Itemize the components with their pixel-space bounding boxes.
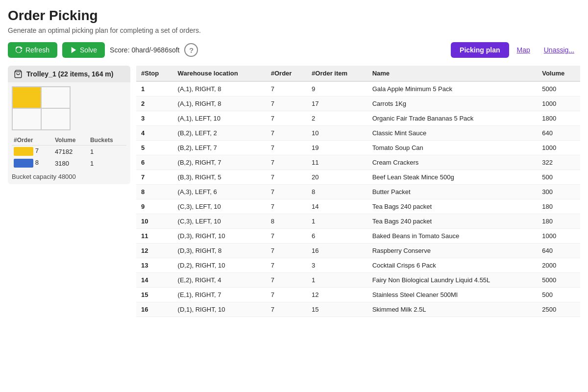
- cell-order: 7: [266, 155, 307, 170]
- cell-name: Carrots 1Kg: [368, 97, 538, 111]
- solve-label: Solve: [80, 46, 97, 54]
- cell-volume: 500: [537, 288, 580, 302]
- cell-item: 16: [307, 244, 368, 258]
- cell-location: (A,1), LEFT, 10: [173, 111, 266, 126]
- order-8-volume: 3180: [53, 157, 88, 169]
- help-button[interactable]: ?: [184, 43, 198, 57]
- bucket-cell-empty-3: [41, 108, 70, 130]
- th-stop: #Stop: [136, 66, 173, 81]
- cell-name: Fairy Non Biological Laundry Liquid 4.55…: [368, 273, 538, 288]
- trolley-title: Trolley_1 (22 items, 164 m): [26, 70, 113, 78]
- table-row: 13 (D,2), RIGHT, 10 7 3 Cocktail Crisps …: [136, 258, 580, 273]
- data-table-container: #Stop Warehouse location #Order #Order i…: [136, 66, 580, 317]
- cell-stop: 12: [136, 244, 173, 258]
- cell-stop: 8: [136, 185, 173, 199]
- bucket-cell-yellow-1: [12, 87, 41, 108]
- cell-volume: 640: [537, 126, 580, 141]
- cell-location: (D,3), RIGHT, 8: [173, 244, 266, 258]
- main-content: Trolley_1 (22 items, 164 m) #Order Volum…: [8, 66, 580, 317]
- table-row: 5 (B,2), LEFT, 7 7 19 Tomato Soup Can 10…: [136, 141, 580, 155]
- cell-order: 7: [266, 258, 307, 273]
- cell-item: 3: [307, 258, 368, 273]
- cell-stop: 11: [136, 229, 173, 244]
- bucket-capacity: Bucket capacity 48000: [12, 173, 126, 180]
- solve-button[interactable]: Solve: [62, 42, 105, 58]
- col-buckets: Buckets: [88, 135, 126, 146]
- cell-order: 7: [266, 81, 307, 97]
- cell-location: (C,3), LEFT, 10: [173, 199, 266, 214]
- cell-name: Tea Bags 240 packet: [368, 214, 538, 229]
- bucket-grid: [12, 86, 71, 130]
- cell-name: Tea Bags 240 packet: [368, 199, 538, 214]
- cell-item: 1: [307, 273, 368, 288]
- bucket-cell-empty-2: [12, 108, 41, 130]
- th-order: #Order: [266, 66, 307, 81]
- cell-name: Organic Fair Trade Bananas 5 Pack: [368, 111, 538, 126]
- cell-location: (D,3), RIGHT, 10: [173, 229, 266, 244]
- cell-item: 2: [307, 111, 368, 126]
- nav-tabs: Picking plan Map Unassig...: [451, 42, 580, 58]
- refresh-button[interactable]: Refresh: [8, 42, 57, 58]
- cell-order: 7: [266, 185, 307, 199]
- cell-location: (A,3), LEFT, 6: [173, 185, 266, 199]
- cell-location: (C,3), LEFT, 10: [173, 214, 266, 229]
- table-row: 10 (C,3), LEFT, 10 8 1 Tea Bags 240 pack…: [136, 214, 580, 229]
- cell-item: 8: [307, 185, 368, 199]
- cell-item: 1: [307, 214, 368, 229]
- table-row: 12 (D,3), RIGHT, 8 7 16 Raspberry Conser…: [136, 244, 580, 258]
- table-row: 16 (D,1), RIGHT, 10 7 15 Skimmed Milk 2.…: [136, 302, 580, 317]
- cell-name: Baked Beans in Tomato Sauce: [368, 229, 538, 244]
- table-row: 15 (E,1), RIGHT, 7 7 12 Stainless Steel …: [136, 288, 580, 302]
- cell-location: (D,2), RIGHT, 10: [173, 258, 266, 273]
- cell-volume: 5000: [537, 81, 580, 97]
- cell-stop: 4: [136, 126, 173, 141]
- tab-picking-plan[interactable]: Picking plan: [451, 42, 509, 58]
- th-name: Name: [368, 66, 538, 81]
- cell-stop: 13: [136, 258, 173, 273]
- cell-stop: 6: [136, 155, 173, 170]
- cell-order: 7: [266, 302, 307, 317]
- cell-item: 15: [307, 302, 368, 317]
- cell-volume: 2000: [537, 258, 580, 273]
- table-row: 2 (A,1), RIGHT, 8 7 17 Carrots 1Kg 1000: [136, 97, 580, 111]
- cell-stop: 1: [136, 81, 173, 97]
- cell-item: 14: [307, 199, 368, 214]
- data-table: #Stop Warehouse location #Order #Order i…: [136, 66, 580, 317]
- cell-volume: 322: [537, 155, 580, 170]
- order-color-7: [14, 147, 33, 156]
- cell-volume: 180: [537, 199, 580, 214]
- cell-item: 6: [307, 229, 368, 244]
- cell-location: (B,3), RIGHT, 5: [173, 170, 266, 185]
- cell-stop: 9: [136, 199, 173, 214]
- cell-item: 19: [307, 141, 368, 155]
- cell-order: 7: [266, 273, 307, 288]
- cell-item: 17: [307, 97, 368, 111]
- svg-marker-0: [72, 47, 76, 53]
- play-icon: [70, 47, 77, 53]
- refresh-label: Refresh: [25, 46, 49, 54]
- order-color-8: [14, 159, 33, 168]
- order-row-8: 8 3180 1: [12, 157, 126, 169]
- cell-name: Gala Apple Minimum 5 Pack: [368, 81, 538, 97]
- tab-unassigned[interactable]: Unassig...: [538, 42, 580, 58]
- table-row: 4 (B,2), LEFT, 2 7 10 Classic Mint Sauce…: [136, 126, 580, 141]
- cell-order: 8: [266, 214, 307, 229]
- cell-name: Stainless Steel Cleaner 500Ml: [368, 288, 538, 302]
- cell-location: (A,1), RIGHT, 8: [173, 97, 266, 111]
- cell-name: Cream Crackers: [368, 155, 538, 170]
- cell-volume: 500: [537, 170, 580, 185]
- table-row: 7 (B,3), RIGHT, 5 7 20 Beef Lean Steak M…: [136, 170, 580, 185]
- cell-location: (A,1), RIGHT, 8: [173, 81, 266, 97]
- sidebar: Trolley_1 (22 items, 164 m) #Order Volum…: [8, 66, 130, 317]
- trolley-icon: [14, 70, 23, 78]
- tab-map[interactable]: Map: [511, 42, 536, 58]
- cell-order: 7: [266, 199, 307, 214]
- page-title: Order Picking: [8, 8, 580, 24]
- cell-volume: 2500: [537, 302, 580, 317]
- order-7-volume: 47182: [53, 146, 88, 158]
- cell-stop: 5: [136, 141, 173, 155]
- order-7-buckets: 1: [88, 146, 126, 158]
- table-row: 11 (D,3), RIGHT, 10 7 6 Baked Beans in T…: [136, 229, 580, 244]
- cell-stop: 16: [136, 302, 173, 317]
- order-8-num: 8: [35, 159, 39, 166]
